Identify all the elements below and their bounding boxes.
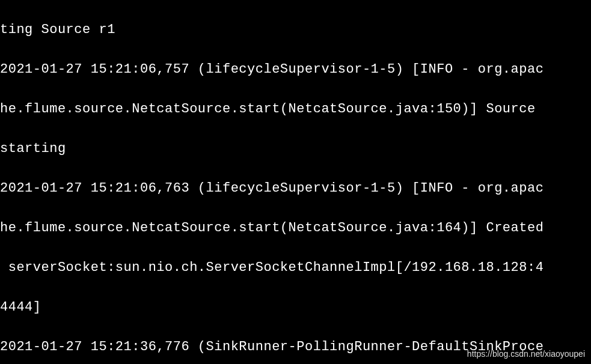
watermark-text: https://blog.csdn.net/xiaoyoupei — [467, 348, 585, 360]
log-line: starting — [0, 139, 591, 159]
log-line: 4444] — [0, 297, 591, 317]
log-line: ting Source r1 — [0, 20, 591, 40]
log-line: 2021-01-27 15:21:06,763 (lifecycleSuperv… — [0, 178, 591, 198]
log-line: he.flume.source.NetcatSource.start(Netca… — [0, 218, 591, 238]
log-line: 2021-01-27 15:21:06,757 (lifecycleSuperv… — [0, 59, 591, 79]
log-line: he.flume.source.NetcatSource.start(Netca… — [0, 99, 591, 119]
terminal-output: ting Source r1 2021-01-27 15:21:06,757 (… — [0, 0, 591, 364]
log-line: serverSocket:sun.nio.ch.ServerSocketChan… — [0, 258, 591, 278]
